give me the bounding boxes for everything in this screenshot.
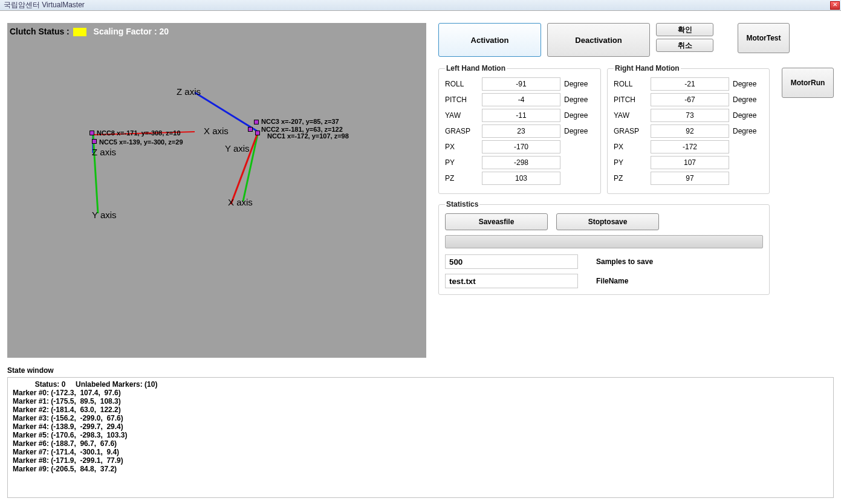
left-motion-value: -4 [482, 93, 560, 106]
axis-label: Y axis [92, 210, 117, 220]
left-motion-label: YAW [445, 111, 478, 120]
left-motion-label: ROLL [445, 80, 478, 88]
titlebar: 국립암센터 VirtualMaster ✕ [0, 0, 841, 11]
left-motion-value: -298 [482, 156, 560, 169]
axis-label: Y axis [225, 143, 250, 153]
stoptosave-button[interactable]: Stoptosave [556, 213, 659, 230]
left-motion-unit: Degree [564, 127, 594, 135]
left-motion-label: GRASP [445, 127, 478, 135]
right-motion-value: -21 [651, 77, 729, 91]
ncc-marker [248, 127, 253, 132]
left-motion-row: PX-170 [445, 140, 594, 153]
ncc-label: NCC3 x=-207, y=85, z=37 [261, 118, 339, 125]
right-motion-value: -67 [651, 93, 729, 106]
right-motion-label: PY [614, 158, 647, 167]
right-motion-row: PX-172 [614, 140, 763, 153]
saveasfile-button[interactable]: Saveasfile [445, 213, 548, 230]
filename-input[interactable] [445, 274, 578, 288]
left-motion-unit: Degree [564, 95, 594, 104]
cancel-button[interactable]: 취소 [656, 39, 713, 52]
left-motion-row: YAW-11Degree [445, 109, 594, 122]
deactivation-button[interactable]: Deactivation [547, 23, 650, 57]
right-motion-label: PZ [614, 174, 647, 183]
left-motion-row: GRASP23Degree [445, 124, 594, 138]
right-hand-motion-group: Right Hand Motion ROLL-21DegreePITCH-67D… [607, 64, 770, 194]
state-header: Status: 0 Unlabeled Markers: (10) [13, 380, 157, 389]
right-motion-value: 97 [651, 172, 729, 185]
samples-label: Samples to save [596, 257, 763, 266]
left-motion-label: PZ [445, 174, 478, 183]
axis-label: X axis [204, 126, 229, 136]
left-motion-row: PITCH-4Degree [445, 93, 594, 106]
left-motion-row: ROLL-91Degree [445, 77, 594, 91]
right-motion-unit: Degree [733, 127, 763, 135]
right-motion-label: ROLL [614, 80, 647, 88]
left-motion-row: PZ103 [445, 172, 594, 185]
ncc-marker [92, 139, 97, 144]
right-motion-row: ROLL-21Degree [614, 77, 763, 91]
right-motion-row: PITCH-67Degree [614, 93, 763, 106]
ncc-marker [255, 131, 260, 135]
left-motion-label: PY [445, 158, 478, 167]
right-motion-unit: Degree [733, 95, 763, 104]
statistics-title: Statistics [445, 200, 479, 208]
right-motion-row: PY107 [614, 156, 763, 169]
viewport-3d[interactable]: Clutch Status : Scaling Factor : 20 NCC3… [7, 23, 426, 358]
left-hand-motion-group: Left Hand Motion ROLL-91DegreePITCH-4Deg… [438, 64, 601, 194]
right-motion-value: -172 [651, 140, 729, 153]
left-motion-label: PX [445, 143, 478, 151]
right-motion-row: PZ97 [614, 172, 763, 185]
left-motion-value: -91 [482, 77, 560, 91]
left-motion-unit: Degree [564, 80, 594, 88]
right-motion-label: PX [614, 143, 647, 151]
left-motion-row: PY-298 [445, 156, 594, 169]
right-motion-value: 73 [651, 109, 729, 122]
left-motion-value: -11 [482, 109, 560, 122]
ncc-marker [254, 120, 259, 124]
right-motion-label: YAW [614, 111, 647, 120]
right-motion-label: PITCH [614, 95, 647, 104]
samples-input[interactable] [445, 254, 578, 269]
ncc-label: NCC8 x=-171, y=-308, z=10 [97, 129, 181, 137]
right-motion-title: Right Hand Motion [614, 64, 681, 73]
left-motion-value: -170 [482, 140, 560, 153]
ncc-marker [89, 131, 94, 135]
axis-label: X axis [228, 197, 253, 207]
ncc-label: NCC1 x=-172, y=107, z=98 [267, 132, 349, 140]
statistics-group: Statistics Saveasfile Stoptosave Samples… [438, 200, 770, 295]
left-motion-title: Left Hand Motion [445, 64, 507, 73]
axis-label: Z axis [177, 86, 201, 97]
right-motion-value: 92 [651, 124, 729, 138]
state-lines: Marker #0: (-172.3, 107.4, 97.6) Marker … [13, 389, 127, 473]
right-motion-label: GRASP [614, 127, 647, 135]
state-window-title: State window [7, 366, 834, 375]
filename-label: FileName [596, 277, 763, 285]
axes-svg [7, 23, 430, 358]
left-motion-label: PITCH [445, 95, 478, 104]
window-title: 국립암센터 VirtualMaster [1, 0, 85, 10]
left-motion-value: 23 [482, 124, 560, 138]
ncc-label: NCC5 x=-139, y=-300, z=29 [99, 138, 183, 146]
activation-button[interactable]: Activation [438, 23, 541, 57]
left-motion-value: 103 [482, 172, 560, 185]
right-motion-row: GRASP92Degree [614, 124, 763, 138]
motortest-button[interactable]: MotorTest [738, 23, 790, 53]
right-motion-row: YAW73Degree [614, 109, 763, 122]
right-motion-value: 107 [651, 156, 729, 169]
axis-label: Z axis [92, 147, 116, 157]
close-icon[interactable]: ✕ [830, 1, 840, 10]
state-window-textarea[interactable]: Status: 0 Unlabeled Markers: (10) Marker… [7, 377, 834, 498]
save-progress-bar [445, 235, 763, 248]
motorrun-button[interactable]: MotorRun [782, 68, 834, 98]
confirm-button[interactable]: 확인 [656, 23, 713, 36]
right-motion-unit: Degree [733, 111, 763, 120]
right-motion-unit: Degree [733, 80, 763, 88]
left-motion-unit: Degree [564, 111, 594, 120]
